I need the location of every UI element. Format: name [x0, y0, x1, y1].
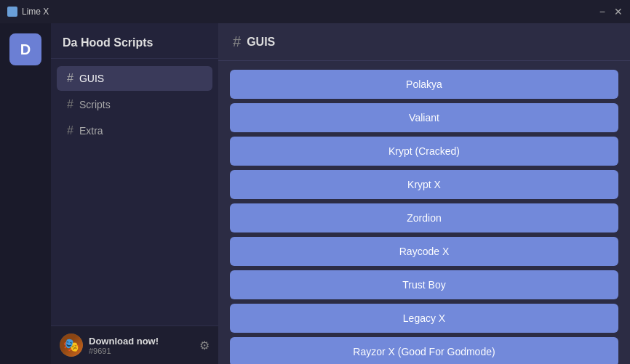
- sidebar-channels: #GUIS#Scripts#Extra: [51, 59, 218, 325]
- footer-username: Download now!: [89, 336, 194, 347]
- channel-hash-icon-guis: #: [67, 72, 73, 85]
- script-button-zordion[interactable]: Zordion: [230, 203, 618, 232]
- sidebar-header: Da Hood Scripts: [51, 23, 218, 59]
- script-button-valiant[interactable]: Valiant: [230, 103, 618, 132]
- sidebar-item-extra[interactable]: #Extra: [57, 118, 212, 143]
- script-button-raycode-x[interactable]: Raycode X: [230, 237, 618, 266]
- sidebar-item-guis[interactable]: #GUIS: [57, 66, 212, 91]
- footer-avatar-container: 🎭: [60, 333, 83, 357]
- channel-hash-icon: #: [233, 33, 241, 50]
- sidebar-item-scripts[interactable]: #Scripts: [57, 92, 212, 117]
- server-avatar[interactable]: D: [9, 33, 41, 65]
- channel-label-extra: Extra: [79, 125, 103, 137]
- footer-avatar-image: 🎭: [60, 333, 83, 357]
- avatar-strip: D: [0, 23, 51, 364]
- sidebar-footer: 🎭 Download now! #9691 ⚙: [51, 325, 218, 364]
- scripts-list: PolakyaValiantKrypt (Cracked)Krypt XZord…: [218, 61, 630, 364]
- script-button-krypt-cracked[interactable]: Krypt (Cracked): [230, 137, 618, 166]
- script-button-legacy-x[interactable]: Legacy X: [230, 304, 618, 333]
- titlebar-title: Lime X: [22, 7, 49, 17]
- app-body: D Da Hood Scripts #GUIS#Scripts#Extra 🎭 …: [0, 23, 630, 364]
- channel-label-scripts: Scripts: [79, 99, 111, 110]
- app-window: Lime X − ✕ D Da Hood Scripts #GUIS#Scrip…: [0, 0, 630, 364]
- script-button-krypt-x[interactable]: Krypt X: [230, 170, 618, 199]
- footer-userid: #9691: [89, 347, 194, 355]
- script-button-polakya[interactable]: Polakya: [230, 70, 618, 99]
- script-button-trust-boy[interactable]: Trust Boy: [230, 270, 618, 299]
- script-button-rayzor-x[interactable]: Rayzor X (Good For Godmode): [230, 337, 618, 364]
- titlebar: Lime X − ✕: [0, 0, 630, 23]
- close-button[interactable]: ✕: [614, 7, 623, 17]
- channel-label-guis: GUIS: [79, 73, 104, 84]
- titlebar-left: Lime X: [7, 7, 49, 17]
- main-content: # GUIS PolakyaValiantKrypt (Cracked)Kryp…: [218, 23, 630, 364]
- main-channel-title: GUIS: [247, 36, 275, 49]
- channel-hash-icon-scripts: #: [67, 98, 73, 111]
- app-icon: [7, 7, 17, 17]
- titlebar-controls: − ✕: [599, 7, 623, 17]
- minimize-button[interactable]: −: [599, 7, 605, 17]
- sidebar: Da Hood Scripts #GUIS#Scripts#Extra 🎭 Do…: [51, 23, 218, 364]
- settings-gear-icon[interactable]: ⚙: [199, 339, 210, 352]
- channel-hash-icon-extra: #: [67, 124, 73, 137]
- main-header: # GUIS: [218, 23, 630, 61]
- footer-user-info: Download now! #9691: [89, 336, 194, 355]
